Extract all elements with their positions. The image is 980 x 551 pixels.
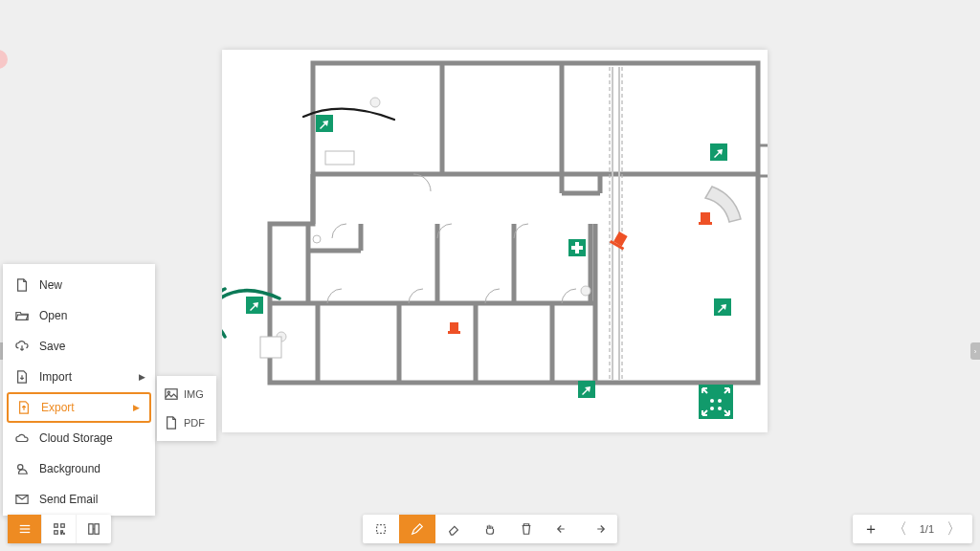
file-export-icon bbox=[16, 400, 32, 415]
image-icon bbox=[165, 387, 178, 401]
main-toolbar-left bbox=[8, 515, 111, 543]
prev-page-button[interactable]: 〈 bbox=[885, 515, 914, 543]
menu-label: Save bbox=[39, 340, 65, 353]
svg-point-41 bbox=[718, 399, 722, 403]
hand-button[interactable] bbox=[472, 515, 508, 543]
svg-point-53 bbox=[167, 391, 169, 393]
notification-tab[interactable] bbox=[0, 50, 8, 69]
qr-code-button[interactable] bbox=[42, 515, 77, 543]
trash-button[interactable] bbox=[508, 515, 545, 543]
right-panel-handle[interactable]: › bbox=[970, 342, 980, 360]
menu-save[interactable]: Save bbox=[3, 331, 155, 362]
chevron-right-icon: ▶ bbox=[133, 403, 140, 412]
menu-cloud-storage[interactable]: Cloud Storage bbox=[3, 423, 155, 453]
layout-button[interactable] bbox=[77, 515, 111, 543]
page-indicator: 1/1 bbox=[914, 523, 940, 535]
file-icon bbox=[14, 277, 30, 293]
svg-point-26 bbox=[581, 286, 590, 296]
svg-rect-58 bbox=[60, 524, 64, 528]
export-pdf[interactable]: PDF bbox=[157, 408, 216, 437]
svg-rect-48 bbox=[450, 322, 458, 331]
background-icon bbox=[14, 461, 30, 476]
eraser-button[interactable] bbox=[435, 515, 472, 543]
menu-label: Open bbox=[39, 309, 67, 322]
add-page-button[interactable]: ＋ bbox=[857, 515, 885, 543]
menu-import[interactable]: Import ▶ bbox=[3, 362, 155, 392]
menu-label: Send Email bbox=[39, 493, 98, 506]
svg-point-43 bbox=[718, 407, 722, 410]
menu-send-email[interactable]: Send Email bbox=[3, 484, 155, 515]
svg-rect-65 bbox=[377, 525, 386, 534]
svg-rect-61 bbox=[63, 533, 64, 534]
svg-rect-46 bbox=[701, 212, 710, 222]
drawing-toolbar bbox=[363, 515, 617, 543]
svg-point-30 bbox=[313, 235, 321, 243]
menu-label: Background bbox=[39, 462, 100, 475]
cloud-download-icon bbox=[14, 339, 30, 354]
next-page-button[interactable]: 〉 bbox=[940, 515, 969, 543]
crop-button[interactable] bbox=[363, 515, 399, 543]
export-img[interactable]: IMG bbox=[157, 380, 216, 408]
page-navigator: ＋ 〈 1/1 〉 bbox=[853, 515, 972, 543]
svg-rect-63 bbox=[89, 524, 93, 535]
svg-point-25 bbox=[370, 98, 380, 107]
menu-label: Cloud Storage bbox=[39, 431, 113, 445]
folder-open-icon bbox=[14, 308, 30, 323]
svg-rect-29 bbox=[260, 337, 281, 358]
menu-label: Import bbox=[39, 370, 72, 384]
svg-point-42 bbox=[710, 407, 714, 410]
menu-background[interactable]: Background bbox=[3, 453, 155, 484]
svg-rect-59 bbox=[54, 531, 57, 535]
svg-rect-49 bbox=[448, 331, 460, 334]
menu-export[interactable]: Export ▶ bbox=[7, 392, 151, 423]
undo-button[interactable] bbox=[545, 515, 581, 543]
chevron-right-icon: ▶ bbox=[139, 372, 145, 382]
svg-point-50 bbox=[18, 465, 23, 470]
cloud-icon bbox=[14, 430, 30, 446]
menu-open[interactable]: Open bbox=[3, 300, 155, 331]
svg-rect-64 bbox=[95, 524, 99, 535]
redo-button[interactable] bbox=[581, 515, 617, 543]
svg-rect-52 bbox=[166, 389, 177, 400]
menu-new[interactable]: New bbox=[3, 270, 155, 300]
svg-rect-57 bbox=[54, 524, 57, 528]
svg-rect-38 bbox=[571, 246, 583, 250]
svg-rect-62 bbox=[60, 533, 61, 534]
svg-rect-47 bbox=[699, 222, 712, 225]
svg-point-40 bbox=[710, 399, 714, 403]
pencil-button[interactable] bbox=[399, 515, 435, 543]
export-submenu: IMG PDF bbox=[157, 376, 216, 441]
file-icon bbox=[165, 416, 178, 430]
main-menu: New Open Save Import ▶ Export ▶ Cloud St… bbox=[3, 264, 155, 516]
file-import-icon bbox=[14, 369, 30, 385]
menu-label: Export bbox=[41, 401, 75, 414]
menu-label: New bbox=[39, 278, 62, 292]
submenu-label: IMG bbox=[184, 388, 204, 400]
hamburger-menu-button[interactable] bbox=[8, 515, 42, 543]
svg-rect-60 bbox=[60, 531, 62, 533]
drawing-canvas[interactable] bbox=[222, 50, 768, 432]
svg-rect-28 bbox=[325, 151, 354, 165]
submenu-label: PDF bbox=[184, 417, 205, 429]
mail-icon bbox=[14, 492, 30, 507]
